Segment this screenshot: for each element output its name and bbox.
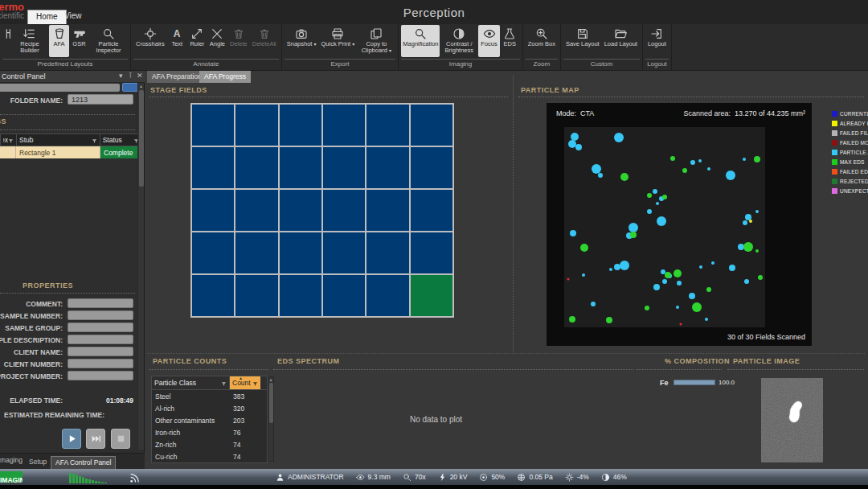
particle-count-cell[interactable]: 383 bbox=[230, 392, 254, 401]
particle-count-cell[interactable]: 320 bbox=[230, 405, 254, 413]
scrollbar-thumb[interactable] bbox=[269, 383, 273, 423]
ribbon-button-particle-inspector[interactable]: Particle Inspector bbox=[89, 25, 128, 57]
ribbon-button-eds[interactable]: EDS bbox=[500, 25, 520, 57]
particle-class-cell[interactable]: Al-rich bbox=[152, 405, 230, 413]
ribbon-button-ruler[interactable]: Ruler bbox=[187, 25, 207, 57]
stage-field-cell[interactable] bbox=[235, 147, 277, 188]
stage-field-cell[interactable] bbox=[366, 147, 408, 188]
client-number-field[interactable] bbox=[68, 359, 133, 368]
filter-icon[interactable] bbox=[92, 138, 97, 143]
ribbon-button-zoom-box[interactable]: Zoom Box bbox=[526, 25, 558, 57]
stage-field-cell[interactable] bbox=[366, 190, 408, 231]
stop-button[interactable] bbox=[111, 429, 130, 449]
chevron-down-icon[interactable]: ▾ bbox=[119, 72, 123, 80]
stub-table-row[interactable]: Rectangle 1 Complete bbox=[0, 146, 143, 158]
particle-counts-row[interactable]: Other contaminants203 bbox=[152, 414, 267, 426]
ribbon-button-text[interactable]: AText bbox=[167, 25, 187, 57]
particle-counts-row[interactable]: Iron-rich76 bbox=[152, 426, 267, 438]
filter-icon[interactable] bbox=[252, 380, 258, 386]
particle-count-cell[interactable]: 74 bbox=[230, 441, 254, 449]
particle-class-cell[interactable]: Cu-rich bbox=[152, 453, 230, 461]
stage-field-cell[interactable] bbox=[280, 105, 321, 146]
tab-afa-progress[interactable]: AFA Progress bbox=[199, 71, 251, 83]
particle-class-cell[interactable]: Other contaminants bbox=[152, 417, 230, 425]
ribbon-button-crosshairs[interactable]: Crosshairs bbox=[133, 25, 167, 57]
ribbon-button-logout[interactable]: Logout bbox=[645, 25, 669, 57]
stage-field-cell[interactable] bbox=[280, 147, 321, 188]
ribbon-button-quick-print[interactable]: Quick Print ▾ bbox=[319, 25, 358, 57]
stage-field-cell[interactable] bbox=[235, 105, 277, 146]
column-particle-class[interactable]: Particle Class bbox=[152, 376, 230, 389]
filter-icon[interactable] bbox=[8, 138, 14, 143]
particle-count-cell[interactable]: 76 bbox=[230, 429, 254, 437]
sample-group-field[interactable] bbox=[68, 323, 133, 332]
particle-count-cell[interactable]: 203 bbox=[230, 417, 254, 425]
ribbon-button-angle[interactable]: Angle bbox=[207, 25, 227, 57]
tab-afa-control-panel[interactable]: AFA Control Panel bbox=[51, 456, 116, 469]
stage-field-cell[interactable] bbox=[366, 105, 408, 146]
control-panel-header[interactable]: Control Panel ▾ ⊺ ✕ bbox=[0, 71, 145, 83]
stage-field-cell[interactable] bbox=[280, 232, 321, 273]
folder-name-input[interactable] bbox=[68, 94, 133, 105]
particle-counts-row[interactable]: Zn-rich74 bbox=[152, 438, 267, 450]
stage-field-cell[interactable] bbox=[411, 232, 452, 273]
stage-field-cell[interactable] bbox=[235, 232, 277, 273]
stub-selector-dropdown[interactable] bbox=[0, 84, 120, 92]
tab-setup[interactable]: Setup bbox=[25, 456, 51, 469]
stage-field-cell[interactable] bbox=[323, 275, 365, 316]
particle-count-cell[interactable]: 74 bbox=[230, 453, 254, 461]
ribbon-button-load-layout[interactable]: Load Layout bbox=[602, 25, 640, 57]
particle-counts-row[interactable]: Al-rich320 bbox=[152, 402, 267, 414]
skip-button[interactable] bbox=[86, 429, 105, 449]
stage-field-cell[interactable] bbox=[192, 105, 234, 146]
stage-field-cell[interactable] bbox=[323, 232, 365, 273]
counts-scrollbar[interactable]: ▲ bbox=[268, 376, 274, 462]
ribbon-button-contrast-brightness[interactable]: Contrast / Brightness bbox=[440, 25, 478, 57]
ribbon-button-afa[interactable]: AFA bbox=[49, 25, 69, 57]
stage-field-cell[interactable] bbox=[323, 105, 365, 146]
column-index[interactable]: Index bbox=[1, 134, 17, 146]
stage-field-cell[interactable] bbox=[192, 147, 234, 188]
particle-class-cell[interactable]: Iron-rich bbox=[152, 429, 230, 437]
stage-field-cell[interactable] bbox=[280, 190, 321, 231]
ribbon-button-recipe-builder[interactable]: Recipe Builder bbox=[10, 25, 49, 57]
stage-field-cell[interactable] bbox=[192, 232, 234, 273]
stage-field-cell[interactable] bbox=[192, 275, 234, 316]
stage-field-cell[interactable] bbox=[411, 190, 452, 231]
particle-class-cell[interactable]: Zn-rich bbox=[152, 441, 230, 449]
scrollbar-thumb[interactable] bbox=[139, 90, 144, 187]
sample-number-field[interactable] bbox=[68, 310, 133, 320]
stub-name-cell[interactable]: Rectangle 1 bbox=[16, 146, 100, 158]
ribbon-button-snapshot[interactable]: Snapshot ▾ bbox=[285, 25, 319, 57]
column-stub[interactable]: Stub bbox=[17, 134, 100, 146]
pin-icon[interactable]: ⊺ bbox=[129, 72, 133, 80]
stage-field-cell[interactable] bbox=[411, 105, 452, 146]
stage-field-cell[interactable] bbox=[411, 275, 452, 316]
stage-field-cell[interactable] bbox=[411, 147, 452, 188]
tab-afa-preparation[interactable]: AFA Preparation bbox=[147, 71, 207, 83]
ribbon-button-gsr[interactable]: GSR bbox=[69, 25, 89, 57]
ribbon-button-copy-to-clipboard[interactable]: Copy to Clipboard ▾ bbox=[357, 25, 395, 57]
stub-index-cell[interactable] bbox=[0, 146, 16, 158]
comment-field[interactable] bbox=[68, 298, 133, 308]
stage-field-cell[interactable] bbox=[323, 190, 365, 231]
column-status[interactable]: Status bbox=[100, 134, 142, 146]
stage-field-cell[interactable] bbox=[280, 275, 321, 316]
sample-description-field[interactable] bbox=[68, 335, 133, 344]
stage-field-cell[interactable] bbox=[366, 232, 408, 273]
stage-field-cell[interactable] bbox=[235, 190, 277, 231]
ribbon-button-partial[interactable] bbox=[1, 25, 10, 57]
column-count[interactable]: ▴Count bbox=[230, 376, 260, 389]
ribbon-button-focus[interactable]: Focus bbox=[478, 25, 499, 57]
project-number-field[interactable] bbox=[68, 371, 133, 380]
panel-scrollbar[interactable]: ▲ bbox=[137, 84, 144, 450]
particle-class-cell[interactable]: Steel bbox=[152, 392, 230, 401]
ribbon-button-magnification[interactable]: Magnification bbox=[401, 25, 440, 57]
tab-imaging[interactable]: Imaging bbox=[0, 456, 24, 469]
stage-field-cell[interactable] bbox=[235, 275, 277, 316]
ribbon-button-save-layout[interactable]: Save Layout bbox=[563, 25, 602, 57]
stage-field-cell[interactable] bbox=[192, 190, 234, 231]
stage-field-cell[interactable] bbox=[366, 275, 408, 316]
particle-counts-row[interactable]: Steel383 bbox=[152, 390, 267, 402]
filter-icon[interactable] bbox=[221, 380, 227, 386]
